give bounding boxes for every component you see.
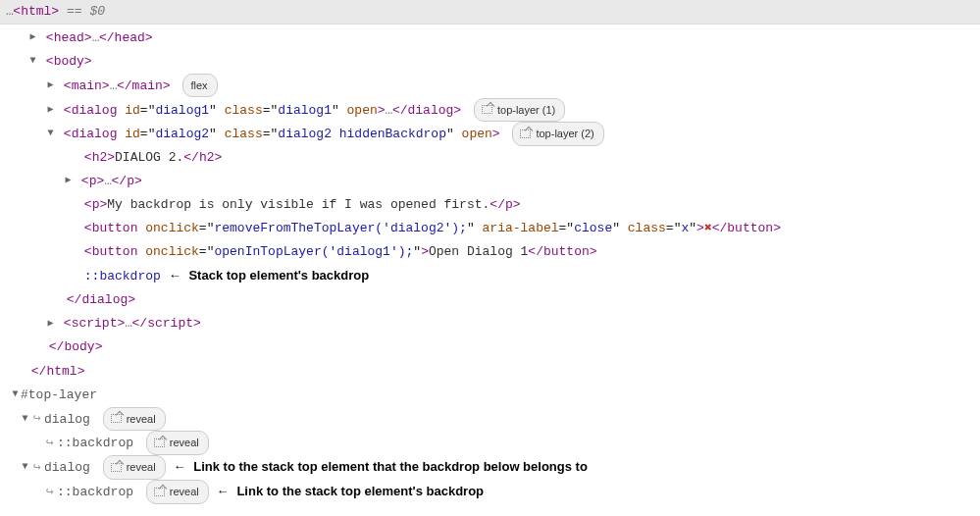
top-layer-label: #top-layer — [21, 387, 97, 402]
node-button-open[interactable]: <button onclick="openInTopLayer('dialog1… — [0, 240, 980, 264]
reveal-badge[interactable]: reveal — [146, 480, 209, 503]
collapse-icon[interactable]: ▼ — [27, 52, 38, 71]
node-dialog1[interactable]: ▶ <dialog id="dialog1" class="dialog1" o… — [0, 98, 980, 123]
node-script[interactable]: ▶ <script>…</script> — [0, 312, 980, 335]
reveal-icon — [482, 105, 492, 114]
selected-element-bar: …<html> == $0 — [0, 0, 980, 25]
node-backdrop-pseudo[interactable]: ::backdrop ← Stack top element's backdro… — [0, 264, 980, 288]
reveal-badge[interactable]: reveal — [146, 431, 209, 454]
link-icon: ↪ — [30, 407, 44, 431]
dollar-zero: $0 — [89, 4, 105, 19]
reveal-badge[interactable]: reveal — [103, 407, 166, 431]
close-x-icon: ✖ — [704, 221, 712, 235]
node-body-open[interactable]: ▼ <body> — [0, 50, 980, 74]
link-icon: ↪ — [30, 456, 44, 480]
expand-icon[interactable]: ▶ — [45, 101, 56, 120]
link-icon: ↪ — [43, 432, 57, 455]
reveal-icon — [520, 129, 531, 138]
node-dialog2-open[interactable]: ▼ <dialog id="dialog2" class="dialog2 hi… — [0, 122, 980, 146]
expand-icon[interactable]: ▶ — [27, 28, 38, 47]
collapse-icon[interactable]: ▼ — [20, 458, 30, 477]
collapse-icon[interactable]: ▼ — [45, 125, 56, 143]
node-html-close[interactable]: </html> — [0, 360, 980, 384]
node-dialog2-close[interactable]: </dialog> — [0, 288, 980, 312]
reveal-badge[interactable]: reveal — [103, 455, 166, 479]
node-h2[interactable]: <h2>DIALOG 2.</h2> — [0, 146, 980, 170]
node-main[interactable]: ▶ <main>…</main> flex — [0, 74, 980, 98]
eq-label: == — [59, 4, 89, 19]
annotation-stack-top-backdrop: Stack top element's backdrop — [188, 268, 369, 283]
reveal-icon — [111, 414, 122, 423]
collapse-icon[interactable]: ▼ — [10, 386, 21, 404]
expand-icon[interactable]: ▶ — [63, 172, 74, 190]
top-layer-badge-2[interactable]: top-layer (2) — [512, 122, 603, 145]
node-body-close[interactable]: </body> — [0, 335, 980, 359]
annotation-link-to-element: Link to the stack top element that the b… — [193, 459, 588, 474]
top-layer-dialog-1[interactable]: ▼↪dialog reveal — [0, 407, 980, 432]
node-p-text[interactable]: <p>My backdrop is only visible if I was … — [0, 193, 980, 217]
top-layer-backdrop-1[interactable]: ↪::backdrop reveal — [0, 431, 980, 455]
top-layer-badge-1[interactable]: top-layer (1) — [474, 98, 565, 122]
node-button-close[interactable]: <button onclick="removeFromTheTopLayer('… — [0, 217, 980, 240]
top-layer-backdrop-2[interactable]: ↪::backdrop reveal ← Link to the stack t… — [0, 480, 980, 504]
expand-icon[interactable]: ▶ — [45, 77, 56, 95]
flex-badge[interactable]: flex — [182, 74, 217, 97]
collapse-icon[interactable]: ▼ — [20, 410, 30, 429]
dom-tree[interactable]: ▶ <head>…</head> ▼ <body> ▶ <main>…</mai… — [0, 25, 980, 514]
link-icon: ↪ — [43, 481, 57, 504]
reveal-icon — [111, 463, 122, 472]
node-head[interactable]: ▶ <head>…</head> — [0, 26, 980, 50]
annotation-link-to-backdrop: Link to the stack top element's backdrop — [236, 484, 484, 498]
top-layer-root[interactable]: ▼#top-layer — [0, 384, 980, 407]
reveal-icon — [154, 488, 165, 496]
top-layer-dialog-2[interactable]: ▼↪dialog reveal ← Link to the stack top … — [0, 455, 980, 480]
expand-icon[interactable]: ▶ — [45, 315, 56, 334]
reveal-icon — [154, 439, 165, 447]
node-p-collapsed[interactable]: ▶ <p>…</p> — [0, 170, 980, 193]
